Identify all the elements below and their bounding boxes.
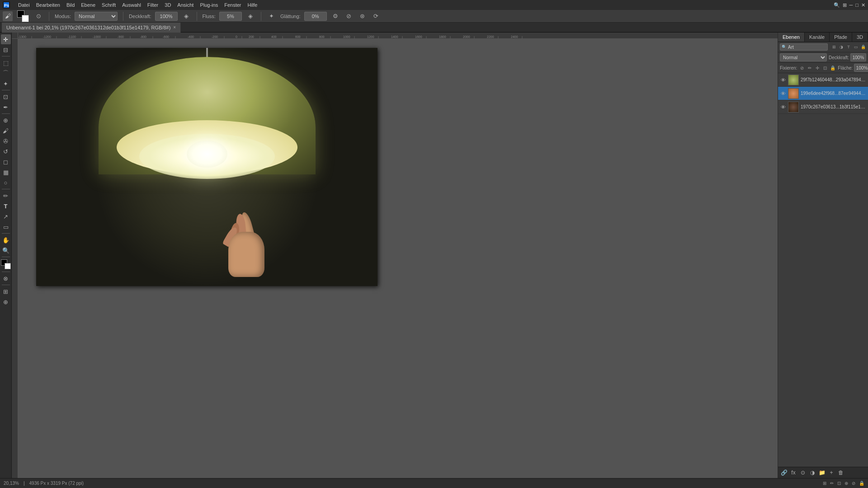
tool-text[interactable]: T: [1, 201, 11, 211]
mode-select[interactable]: Normal Multiplizieren Abblenden: [75, 12, 118, 21]
layer-new-icon[interactable]: +: [827, 469, 835, 477]
lock-transparent-icon[interactable]: ⊘: [799, 65, 805, 71]
layer-mask-icon[interactable]: ⊙: [799, 469, 807, 477]
layer-search-input[interactable]: [788, 45, 826, 50]
menu-bearbeiten[interactable]: Bearbeiten: [36, 2, 60, 8]
layer-fx-icon[interactable]: fx: [789, 469, 797, 477]
flow-input[interactable]: [219, 12, 242, 21]
tab-close-button[interactable]: ×: [173, 25, 176, 30]
layer-visibility-toggle[interactable]: 👁: [780, 77, 786, 83]
layer-delete-icon[interactable]: 🗑: [837, 469, 845, 477]
tool-spot-heal[interactable]: ⊕: [1, 115, 11, 125]
opacity-input[interactable]: [155, 12, 178, 21]
smooth-input[interactable]: [304, 12, 327, 21]
tool-clone-stamp[interactable]: ✇: [1, 136, 11, 146]
menu-ebene[interactable]: Ebene: [81, 2, 95, 8]
tab-3d[interactable]: 3D: [852, 33, 868, 42]
tool-crop[interactable]: ⊡: [1, 92, 11, 102]
layer-folder-icon[interactable]: 📁: [818, 469, 826, 477]
arrange-icon[interactable]: ⊞: [843, 2, 847, 8]
current-tool-icon[interactable]: 🖌: [3, 11, 13, 21]
tool-gradient[interactable]: ▦: [1, 167, 11, 177]
layer-search-container[interactable]: 🔍: [780, 43, 828, 51]
status-icon1[interactable]: ⊞: [823, 481, 826, 486]
tool-quick-mask[interactable]: ⊗: [1, 273, 11, 283]
status-icon6[interactable]: 🔒: [859, 481, 864, 486]
tool-artboard[interactable]: ⊟: [1, 45, 11, 55]
background-color[interactable]: [22, 15, 29, 22]
document-tab[interactable]: Unbenannt-1 bei 20,1% (1970c267e0361312d…: [2, 23, 181, 33]
tool-extras[interactable]: ⊕: [1, 297, 11, 307]
tool-eraser[interactable]: ◻: [1, 157, 11, 167]
close-icon[interactable]: ✕: [861, 2, 865, 8]
tool-shape[interactable]: ▭: [1, 222, 11, 232]
airbrush-icon[interactable]: ✦: [267, 11, 277, 21]
tool-lasso[interactable]: ⌒: [1, 68, 11, 78]
tool-history-brush[interactable]: ↺: [1, 146, 11, 156]
status-icon2[interactable]: ✏: [830, 481, 834, 486]
tablet-angle-icon[interactable]: ⊘: [344, 11, 354, 21]
lock-pixels-icon[interactable]: ✏: [807, 65, 813, 71]
pressure-opacity-icon[interactable]: ◈: [181, 11, 191, 21]
brush-preset-picker[interactable]: ⊙: [33, 11, 43, 21]
tool-move[interactable]: ✛: [1, 34, 11, 44]
filter-text-icon[interactable]: T: [845, 44, 852, 50]
tool-brush[interactable]: 🖌: [1, 126, 11, 136]
lock-all-icon[interactable]: 🔒: [830, 65, 836, 71]
search-icon[interactable]: 🔍: [834, 2, 840, 8]
maximize-icon[interactable]: □: [855, 2, 859, 8]
tool-magic-wand[interactable]: ✦: [1, 79, 11, 89]
layer-link-icon[interactable]: 🔗: [780, 469, 788, 477]
toolbar-color-swatches[interactable]: [1, 259, 11, 269]
tool-marquee[interactable]: ⬚: [1, 58, 11, 68]
filter-pixel-icon[interactable]: ⊞: [831, 44, 837, 50]
filter-shape-icon[interactable]: ▭: [853, 44, 859, 50]
hand-image: [224, 196, 278, 277]
layer-row[interactable]: 👁 199e6dee42f968...87ee94944802d: [778, 87, 868, 100]
tool-eyedropper[interactable]: ✒: [1, 102, 11, 112]
tool-path-select[interactable]: ↗: [1, 211, 11, 221]
status-icon4[interactable]: ⊕: [844, 481, 848, 486]
tool-hand[interactable]: ✋: [1, 235, 11, 245]
color-swatches[interactable]: [17, 10, 29, 22]
smooth-options-icon[interactable]: ⚙: [330, 11, 340, 21]
menu-schrift[interactable]: Schrift: [102, 2, 116, 8]
lock-position-icon[interactable]: ✛: [814, 65, 821, 71]
tool-screen-mode[interactable]: ⊞: [1, 286, 11, 296]
menu-hilfe[interactable]: Hilfe: [247, 2, 257, 8]
menu-plugins[interactable]: Plug-ins: [200, 2, 218, 8]
tab-pfade[interactable]: Pfade: [830, 33, 852, 42]
filter-adjust-icon[interactable]: ◑: [838, 44, 844, 50]
lock-artboard-icon[interactable]: ⊡: [822, 65, 828, 71]
minimize-icon[interactable]: ─: [849, 2, 853, 8]
lock-label: Fixieren:: [780, 66, 797, 70]
tool-dodge[interactable]: ○: [1, 178, 11, 188]
pressure-flow-icon[interactable]: ◈: [245, 11, 255, 21]
menu-auswahl[interactable]: Auswahl: [122, 2, 141, 8]
tab-ebenen[interactable]: Ebenen: [778, 33, 805, 42]
layer-visibility-toggle[interactable]: 👁: [780, 104, 786, 110]
menu-ansicht[interactable]: Ansicht: [177, 2, 193, 8]
tool-zoom[interactable]: 🔍: [1, 245, 11, 255]
canvas-container[interactable]: [18, 39, 778, 478]
layer-adjustment-icon[interactable]: ◑: [808, 469, 816, 477]
layer-visibility-toggle[interactable]: 👁: [780, 90, 786, 97]
rotation-icon[interactable]: ⟳: [371, 11, 381, 21]
menu-fenster[interactable]: Fenster: [224, 2, 241, 8]
symmetry-icon[interactable]: ⊛: [358, 11, 368, 21]
menu-3d[interactable]: 3D: [165, 2, 171, 8]
filter-lock-icon[interactable]: 🔒: [860, 44, 866, 50]
fill-value-input[interactable]: [854, 64, 868, 72]
menu-filter[interactable]: Filter: [147, 2, 158, 8]
menu-datei[interactable]: Datei: [18, 2, 30, 8]
blend-mode-select[interactable]: Normal: [780, 53, 827, 61]
layer-row[interactable]: 👁 1970c267e03613...1b3f115e14179: [778, 100, 868, 114]
status-icon3[interactable]: ⊡: [837, 481, 841, 486]
toolbar-bg-color[interactable]: [5, 263, 11, 269]
tab-kanaele[interactable]: Kanäle: [805, 33, 830, 42]
menu-bild[interactable]: Bild: [66, 2, 75, 8]
layer-row[interactable]: 👁 29f7b12460448...293a047894a38: [778, 73, 868, 87]
opacity-value-input[interactable]: [850, 53, 866, 61]
tool-pen[interactable]: ✏: [1, 191, 11, 201]
status-icon5[interactable]: ⊘: [852, 481, 855, 486]
